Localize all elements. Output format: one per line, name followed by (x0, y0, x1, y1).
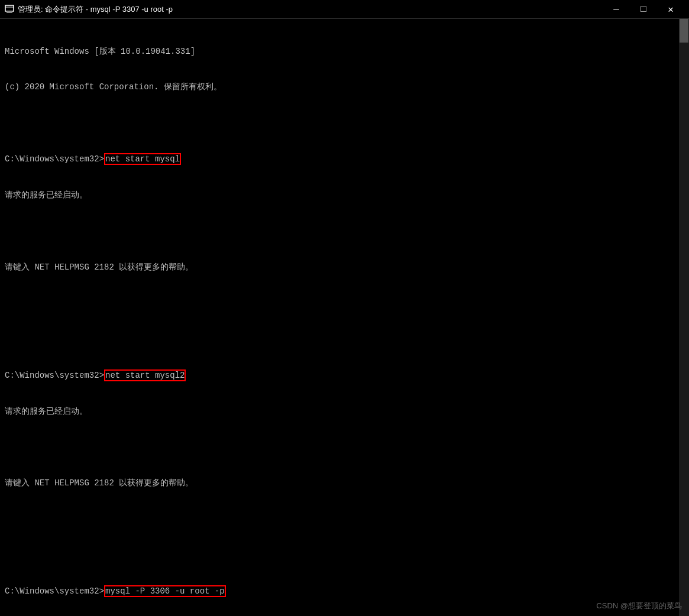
line-blank-4 (5, 333, 674, 345)
window-icon (5, 5, 14, 14)
scrollbar-thumb[interactable] (680, 19, 688, 43)
close-button[interactable]: ✕ (657, 0, 684, 19)
title-bar: 管理员: 命令提示符 - mysql -P 3307 -u root -p — … (0, 0, 689, 19)
line-7: 请求的服务已经启动。 (5, 406, 674, 417)
scrollbar[interactable] (679, 19, 689, 616)
console-area: Microsoft Windows [版本 10.0.19041.331] (c… (0, 19, 689, 616)
svg-rect-2 (7, 11, 12, 13)
window-title: 管理员: 命令提示符 - mysql -P 3307 -u root -p (18, 4, 603, 15)
line-8: 请键入 NET HELPMSG 2182 以获得更多的帮助。 (5, 477, 674, 489)
line-blank-7 (5, 549, 674, 561)
line-cmd-3: C:\Windows\system32>mysql -P 3306 -u roo… (5, 585, 674, 597)
net-start-mysql-highlight: net start mysql (104, 153, 181, 165)
line-blank-6 (5, 513, 674, 525)
line-blank-2 (5, 225, 674, 237)
net-start-mysql2-highlight: net start mysql2 (104, 369, 186, 381)
window-controls: — □ ✕ (603, 0, 684, 19)
line-cmd-2: C:\Windows\system32>net start mysql2 (5, 369, 674, 381)
line-blank-1 (5, 117, 674, 129)
console-output[interactable]: Microsoft Windows [版本 10.0.19041.331] (c… (0, 19, 679, 616)
minimize-button[interactable]: — (603, 0, 630, 19)
line-blank-3 (5, 297, 674, 309)
svg-rect-0 (5, 5, 14, 11)
line-1: Microsoft Windows [版本 10.0.19041.331] (5, 46, 674, 57)
line-2: (c) 2020 Microsoft Corporation. 保留所有权利。 (5, 81, 674, 93)
maximize-button[interactable]: □ (630, 0, 657, 19)
cmd-window: 管理员: 命令提示符 - mysql -P 3307 -u root -p — … (0, 0, 689, 616)
line-5: 请键入 NET HELPMSG 2182 以获得更多的帮助。 (5, 261, 674, 273)
line-4: 请求的服务已经启动。 (5, 189, 674, 201)
line-blank-5 (5, 441, 674, 453)
mysql-3306-highlight: mysql -P 3306 -u root -p (104, 585, 226, 597)
watermark: CSDN @想要登顶的菜鸟 (596, 601, 682, 611)
line-cmd-1: C:\Windows\system32>net start mysql (5, 153, 674, 165)
